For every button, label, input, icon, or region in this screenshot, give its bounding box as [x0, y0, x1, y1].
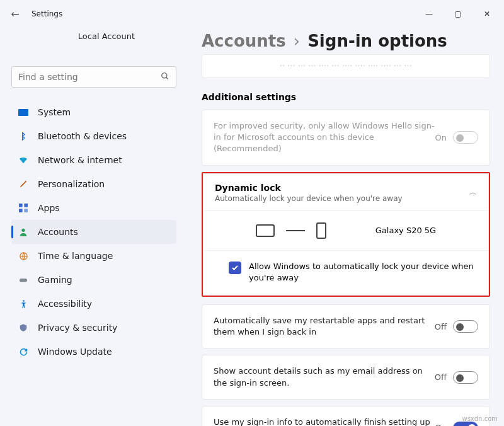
account-name: Local Account	[37, 32, 176, 41]
maximize-button[interactable]: ▢	[444, 4, 472, 24]
svg-rect-4	[19, 209, 23, 212]
show-account-toggle[interactable]	[453, 371, 478, 384]
breadcrumb-sep: ›	[294, 32, 300, 50]
truncated-option-card[interactable]: ·· ··· ··· ··· ···· ··· ···· ···· ···· ·…	[202, 54, 490, 78]
shield-icon	[18, 322, 29, 333]
gamepad-icon	[18, 274, 29, 285]
brush-icon	[18, 178, 29, 190]
nav-label: Accounts	[38, 227, 78, 237]
dynamic-lock-title: Dynamic lock	[215, 183, 403, 193]
restart-apps-label: Automatically save my restartable apps a…	[214, 315, 435, 338]
nav-privacy[interactable]: Privacy & security	[11, 316, 176, 340]
search-box[interactable]	[11, 66, 176, 88]
paired-device-name: Galaxy S20 5G	[375, 226, 436, 235]
nav-time[interactable]: Time & language	[11, 244, 176, 268]
restart-apps-toggle[interactable]	[453, 320, 478, 333]
nav-gaming[interactable]: Gaming	[11, 268, 176, 292]
nav-label: Personalization	[38, 179, 105, 189]
nav-system[interactable]: System	[11, 100, 176, 124]
search-input[interactable]	[18, 72, 161, 82]
nav-network[interactable]: Network & internet	[11, 148, 176, 172]
signin-info-state: On	[435, 423, 447, 426]
svg-rect-3	[24, 204, 28, 207]
minimize-button[interactable]: —	[415, 4, 444, 24]
hello-signin-label: For improved security, only allow Window…	[214, 120, 435, 155]
wifi-icon	[18, 154, 29, 166]
phone-icon	[316, 222, 326, 239]
window-title: Settings	[32, 9, 62, 18]
nav-label: Accessibility	[38, 299, 92, 309]
apps-icon	[18, 202, 29, 214]
nav-label: Privacy & security	[38, 323, 117, 333]
nav-label: Gaming	[38, 275, 72, 285]
dynamic-lock-header[interactable]: Dynamic lock Automatically lock your dev…	[203, 173, 489, 211]
connection-line-icon	[286, 230, 305, 231]
close-button[interactable]: ✕	[472, 4, 501, 24]
svg-point-6	[21, 229, 25, 232]
nav-personalization[interactable]: Personalization	[11, 172, 176, 196]
hello-signin-state: On	[435, 133, 447, 142]
page-title: Sign-in options	[307, 32, 447, 50]
accessibility-icon	[18, 298, 29, 309]
signin-info-label: Use my sign-in info to automatically fin…	[214, 417, 435, 426]
bluetooth-icon: ᛒ	[18, 130, 29, 142]
person-icon	[18, 226, 29, 238]
nav-label: System	[38, 107, 71, 117]
svg-rect-8	[20, 279, 27, 282]
breadcrumb-parent[interactable]: Accounts	[202, 32, 286, 50]
svg-point-0	[162, 72, 167, 78]
highlight-box: Dynamic lock Automatically lock your dev…	[202, 172, 490, 297]
hello-signin-toggle[interactable]	[453, 131, 478, 144]
show-account-state: Off	[435, 372, 447, 382]
nav-label: Windows Update	[38, 347, 112, 357]
nav-label: Bluetooth & devices	[38, 131, 127, 141]
update-icon	[18, 346, 29, 357]
restart-apps-state: Off	[435, 322, 447, 331]
nav-label: Network & internet	[38, 155, 122, 165]
svg-rect-2	[19, 204, 23, 207]
dynamic-lock-checkbox[interactable]	[229, 262, 241, 274]
nav-label: Time & language	[38, 251, 113, 261]
back-button[interactable]: ←	[3, 8, 28, 20]
dynamic-lock-subtitle: Automatically lock your device when you'…	[215, 194, 403, 203]
search-icon	[161, 71, 169, 83]
chevron-up-icon: ︿	[469, 187, 477, 198]
nav-apps[interactable]: Apps	[11, 196, 176, 220]
show-account-label: Show account details such as my email ad…	[214, 366, 435, 388]
nav-update[interactable]: Windows Update	[11, 340, 176, 364]
laptop-icon	[256, 224, 275, 237]
monitor-icon	[18, 106, 29, 118]
globe-icon	[18, 250, 29, 262]
watermark: wsxdn.com	[462, 415, 498, 422]
svg-line-1	[166, 77, 168, 79]
section-title: Additional settings	[202, 92, 490, 102]
device-pairing-row: Galaxy S20 5G	[203, 211, 488, 251]
svg-point-9	[23, 300, 25, 302]
nav-accounts[interactable]: Accounts	[11, 220, 176, 244]
nav-label: Apps	[38, 203, 60, 213]
nav-accessibility[interactable]: Accessibility	[11, 292, 176, 316]
dynamic-lock-checkbox-label: Allow Windows to automatically lock your…	[249, 261, 474, 284]
nav-bluetooth[interactable]: ᛒBluetooth & devices	[11, 124, 176, 148]
svg-rect-5	[24, 209, 28, 212]
